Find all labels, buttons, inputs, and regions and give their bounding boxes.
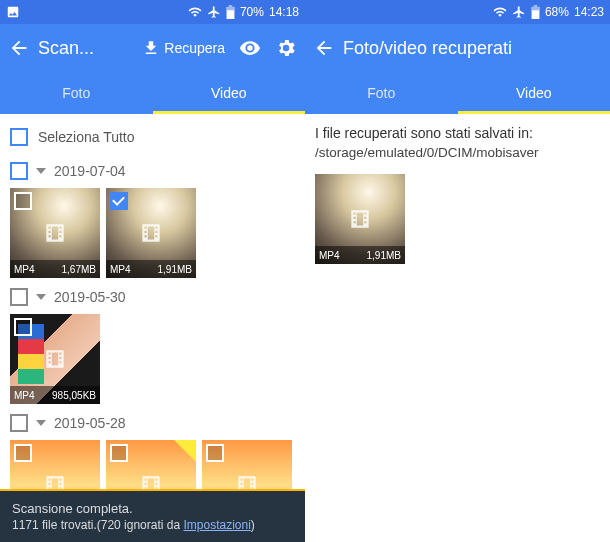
image-indicator-icon [6, 5, 20, 19]
saved-message: I file recuperati sono stati salvati in:… [315, 122, 600, 172]
appbar-title: Scan... [38, 38, 136, 59]
video-thumb[interactable]: MP4985,05KB [10, 314, 100, 404]
saved-path: /storage/emulated/0/DCIM/mobisaver [315, 144, 600, 163]
app-bar: Foto/video recuperati [305, 24, 610, 72]
checkbox-icon[interactable] [10, 288, 28, 306]
tab-video[interactable]: Video [153, 72, 306, 114]
checkbox-icon[interactable] [206, 444, 224, 462]
thumb-row: MP41,91MB [315, 174, 600, 264]
scan-complete-toast: Scansione completa. 1171 file trovati.(7… [0, 489, 305, 542]
tabs: Foto Video [0, 72, 305, 114]
scan-content: Seleziona Tutto 2019-07-04 MP41,67MB MP4… [0, 114, 305, 542]
recover-button[interactable]: Recupera [142, 39, 225, 57]
toast-subtitle: 1171 file trovati.(720 ignorati da Impos… [12, 518, 293, 532]
chevron-down-icon [36, 420, 46, 426]
group-date: 2019-05-28 [54, 415, 126, 431]
airplane-icon [207, 5, 221, 19]
video-thumb[interactable]: MP41,91MB [315, 174, 405, 264]
group-header[interactable]: 2019-05-28 [10, 408, 295, 438]
thumb-meta: MP41,91MB [106, 260, 196, 278]
film-icon [138, 220, 164, 246]
clock: 14:23 [574, 5, 604, 19]
download-icon [142, 39, 160, 57]
checkbox-icon[interactable] [110, 192, 128, 210]
checkbox-icon[interactable] [14, 444, 32, 462]
video-thumb[interactable]: MP41,91MB [106, 188, 196, 278]
thumb-row: MP41,67MB MP41,91MB [10, 188, 295, 278]
battery-icon [226, 5, 235, 19]
checkbox-icon[interactable] [10, 414, 28, 432]
wifi-icon [493, 5, 507, 19]
chevron-down-icon [36, 294, 46, 300]
tab-foto[interactable]: Foto [305, 72, 458, 114]
group-date: 2019-07-04 [54, 163, 126, 179]
battery-percent: 70% [240, 5, 264, 19]
thumb-meta: MP41,91MB [315, 246, 405, 264]
gear-icon[interactable] [275, 37, 297, 59]
recover-label: Recupera [164, 40, 225, 56]
tab-video[interactable]: Video [458, 72, 611, 114]
eye-icon[interactable] [239, 37, 261, 59]
thumb-meta: MP41,67MB [10, 260, 100, 278]
wifi-icon [188, 5, 202, 19]
checkbox-icon[interactable] [10, 162, 28, 180]
film-icon [42, 220, 68, 246]
appbar-title: Foto/video recuperati [343, 38, 602, 59]
checkbox-icon[interactable] [110, 444, 128, 462]
app-bar: Scan... Recupera [0, 24, 305, 72]
film-icon [347, 206, 373, 232]
chevron-down-icon [36, 168, 46, 174]
checkbox-icon[interactable] [14, 192, 32, 210]
toast-title: Scansione completa. [12, 501, 293, 516]
status-bar: 70% 14:18 [0, 0, 305, 24]
tabs: Foto Video [305, 72, 610, 114]
battery-icon [531, 5, 540, 19]
select-all-row[interactable]: Seleziona Tutto [10, 122, 295, 152]
thumb-meta: MP4985,05KB [10, 386, 100, 404]
group-date: 2019-05-30 [54, 289, 126, 305]
film-icon [42, 346, 68, 372]
recovered-content: I file recuperati sono stati salvati in:… [305, 114, 610, 542]
battery-percent: 68% [545, 5, 569, 19]
group-header[interactable]: 2019-05-30 [10, 282, 295, 312]
status-bar: 68% 14:23 [305, 0, 610, 24]
video-thumb[interactable]: MP41,67MB [10, 188, 100, 278]
tab-foto[interactable]: Foto [0, 72, 153, 114]
back-icon[interactable] [8, 37, 30, 59]
badge-icon [174, 440, 196, 462]
group-header[interactable]: 2019-07-04 [10, 156, 295, 186]
thumb-row: MP4985,05KB [10, 314, 295, 404]
settings-link[interactable]: Impostazioni [183, 518, 250, 532]
clock: 14:18 [269, 5, 299, 19]
appbar-actions: Recupera [142, 37, 297, 59]
airplane-icon [512, 5, 526, 19]
checkbox-icon[interactable] [14, 318, 32, 336]
checkbox-icon[interactable] [10, 128, 28, 146]
screen-recovered: 68% 14:23 Foto/video recuperati Foto Vid… [305, 0, 610, 542]
select-all-label: Seleziona Tutto [38, 129, 135, 145]
back-icon[interactable] [313, 37, 335, 59]
screen-scan: 70% 14:18 Scan... Recupera Foto Video Se… [0, 0, 305, 542]
